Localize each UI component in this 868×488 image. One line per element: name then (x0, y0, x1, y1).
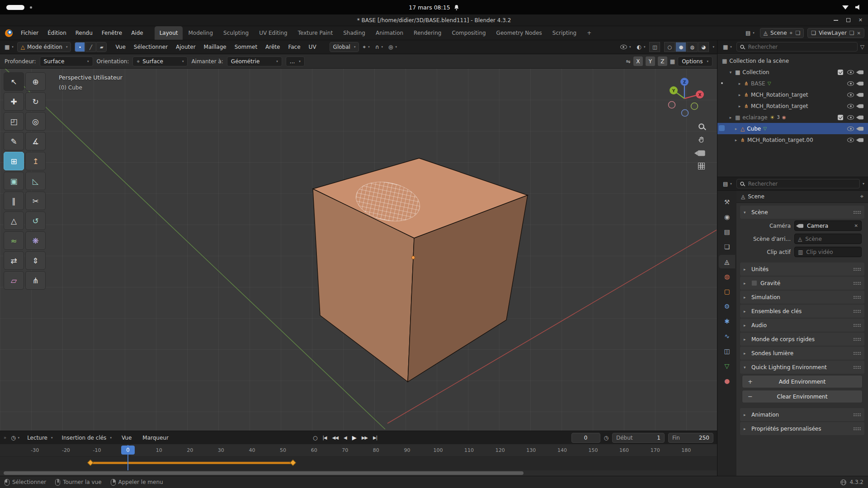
window-title-bar[interactable]: * BASE [/home/didier/3D/BASE.blend111] -… (0, 14, 868, 26)
viewport-menu-item[interactable]: UV (305, 42, 321, 52)
add-environment-button[interactable]: + Add Environment (742, 375, 863, 388)
tool-button[interactable]: ⇄ (4, 251, 24, 270)
face-select-button[interactable]: ▰ (96, 42, 107, 52)
more-options-dropdown[interactable]: ... ▾ (286, 56, 305, 66)
next-keyframe-button[interactable]: ▶▶ (359, 434, 370, 441)
properties-editor-type-dropdown[interactable]: ▤ ▾ (721, 181, 734, 187)
camera-view-icon[interactable] (698, 150, 705, 156)
frame-end-field[interactable]: Fin 250 (668, 433, 713, 443)
viewport-menu-item[interactable]: Sommet (231, 42, 261, 52)
maximize-button[interactable] (846, 18, 850, 22)
pan-hand-icon[interactable] (698, 136, 705, 144)
collapsed-section[interactable]: ▸ Ensembles de clés (740, 305, 864, 318)
activities-indicator[interactable] (6, 5, 24, 10)
scrollbar-thumb[interactable] (4, 471, 524, 475)
top-menu-item[interactable]: Rendu (71, 28, 97, 38)
outliner-row-mch2[interactable]: ▸ ⋔ MCH_Rotation_target (717, 100, 868, 112)
properties-tab[interactable]: ▽ (719, 359, 735, 373)
neg-x-axis-handle[interactable] (669, 102, 675, 108)
network-status-icon[interactable] (842, 5, 849, 9)
breadcrumb-scene[interactable]: Scene (748, 193, 764, 200)
timeline-track[interactable] (0, 456, 717, 470)
keying-menu[interactable]: Insertion de clés ▾ (58, 433, 114, 443)
current-frame-badge[interactable]: 0 (121, 446, 135, 455)
region-chevron-icon[interactable]: » (4, 435, 6, 440)
scene-selector[interactable]: ◬ Scene ⌖ ❏ (760, 28, 804, 38)
proportional-editing-dropdown[interactable]: ◎ ▾ (387, 44, 399, 50)
properties-tab[interactable]: ⚙ (719, 300, 735, 313)
neg-y-axis-handle[interactable] (691, 103, 698, 110)
disable-render-icon[interactable] (859, 81, 863, 85)
workspace-tab[interactable]: Scripting (547, 26, 581, 40)
workspace-tab[interactable]: Modeling (183, 26, 218, 40)
vertex-select-button[interactable]: • (75, 42, 85, 52)
collection-checkbox[interactable] (838, 70, 843, 75)
expand-icon[interactable]: ▸ (728, 115, 733, 120)
workspace-tab[interactable]: Shading (338, 26, 370, 40)
section-quick-lighting[interactable]: ▾ Quick Lighting Environment (740, 361, 864, 374)
tool-button[interactable]: △ (4, 211, 24, 230)
clear-camera-icon[interactable]: ✕ (854, 223, 858, 228)
viewport-menu-item[interactable]: Sélectionner (130, 42, 172, 52)
timeline-ruler[interactable]: -30-20-100102030405060708090100110120130… (0, 444, 717, 456)
background-scene-field[interactable]: ◬ Scène (794, 234, 862, 244)
keyframe-diamond[interactable] (87, 460, 94, 466)
top-menu-item[interactable]: Édition (43, 28, 71, 38)
timeline-view-menu[interactable]: Vue (118, 433, 136, 442)
tool-button[interactable]: ▱ (4, 271, 24, 290)
collapsed-section[interactable]: ▸ Sondes lumière (740, 347, 864, 360)
disable-render-icon[interactable] (859, 93, 863, 97)
tool-button[interactable]: ✎ (4, 132, 24, 150)
neg-z-axis-handle[interactable] (682, 110, 689, 117)
shading-wireframe-button[interactable]: ○ (664, 42, 675, 52)
outliner-row-mch3[interactable]: ▸ ⋔ MCH_Rotation_target.00 (717, 134, 868, 145)
collection-checkbox[interactable] (838, 115, 843, 120)
tool-button[interactable]: ⊞ (4, 152, 24, 170)
keying-clock-icon[interactable]: ◷ (604, 435, 609, 441)
zoom-icon[interactable] (698, 123, 704, 129)
tool-button[interactable]: ∡ (25, 132, 46, 150)
tool-button[interactable]: ◎ (25, 112, 46, 131)
playback-menu[interactable]: Lecture ▾ (24, 433, 56, 443)
properties-tab[interactable]: ◉ (719, 210, 735, 224)
workspace-tab[interactable]: Compositing (447, 26, 491, 40)
tool-button[interactable]: ↻ (25, 92, 46, 111)
camera-field[interactable]: Camera ✕ (794, 221, 862, 231)
pin-icon[interactable]: ⌖ (790, 30, 793, 36)
properties-tab[interactable]: ✱ (719, 314, 735, 328)
navigation-gizmo[interactable]: Z Y X (662, 73, 707, 120)
workspace-tab[interactable]: Sculpting (218, 26, 254, 40)
snap-toggle[interactable]: ∩ ▾ (373, 44, 385, 50)
object-visibility-dropdown[interactable]: ▾ (618, 45, 633, 49)
workspace-tab[interactable]: Rendering (409, 26, 446, 40)
jump-to-end-button[interactable]: ▶| (371, 434, 379, 441)
current-frame-field[interactable]: 0 (571, 433, 600, 443)
properties-tab[interactable]: ◍ (719, 270, 735, 283)
top-menu-item[interactable]: Fenêtre (98, 28, 126, 38)
shading-rendered-button[interactable]: ◕ (698, 42, 709, 52)
hide-viewport-icon[interactable] (847, 70, 854, 75)
outliner-search-input[interactable] (736, 42, 858, 52)
outliner-row-eclairage[interactable]: ▸ ▦ eclairage ☀ 3 ◉ (717, 112, 868, 123)
properties-tab[interactable]: ◫ (719, 344, 735, 358)
overlays-dropdown[interactable]: ◐ ▾ (635, 44, 647, 50)
orthographic-grid-icon[interactable] (698, 163, 705, 169)
timeline-scrollbar[interactable] (0, 470, 717, 476)
tool-button[interactable]: ⋔ (25, 271, 46, 290)
auto-keyframe-toggle[interactable]: ○ (311, 435, 319, 441)
tool-button[interactable]: ↖ (4, 72, 24, 91)
transform-orientation-dropdown[interactable]: Global ▾ (330, 42, 359, 52)
shading-material-button[interactable]: ◍ (687, 42, 698, 52)
tool-button[interactable]: ⊕ (25, 72, 46, 91)
properties-tab[interactable]: ▤ (719, 225, 735, 239)
top-menu-item[interactable]: Aide (127, 28, 147, 38)
timeline-marker-menu[interactable]: Marqueur (138, 433, 173, 442)
active-clip-field[interactable]: ▥ Clip vidéo (794, 247, 862, 257)
section-scene[interactable]: ▾ Scène (740, 206, 864, 219)
outliner-row-mch1[interactable]: ▸ ⋔ MCH_Rotation_target (717, 89, 868, 100)
orientation-dropdown[interactable]: ⌖ Surface ▾ (132, 56, 188, 66)
hide-viewport-icon[interactable] (847, 115, 854, 120)
viewport-menu-item[interactable]: Ajouter (172, 42, 200, 52)
depth-dropdown[interactable]: Surface ▾ (40, 56, 93, 66)
section-unites[interactable]: ▸ Unités (740, 263, 864, 276)
